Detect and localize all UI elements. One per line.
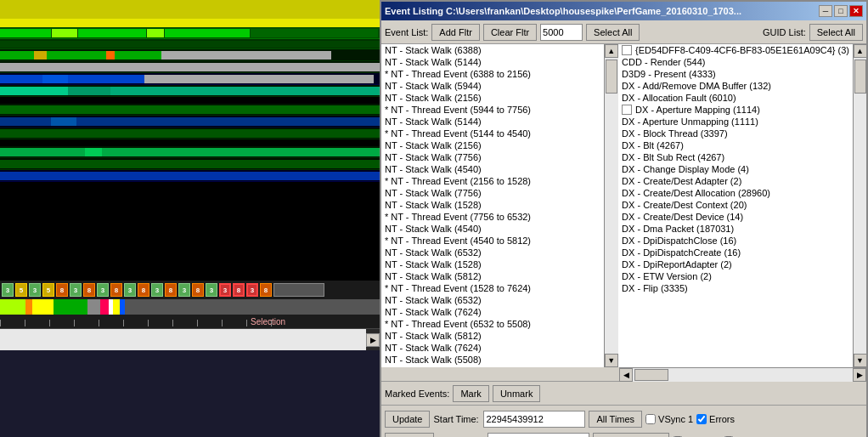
event-list-scroll[interactable]: NT - Stack Walk (6388)NT - Stack Walk (5… [381, 44, 604, 367]
guid-scroll-track[interactable] [854, 58, 867, 354]
guid-list-item[interactable]: DX - Blt Sub Rect (4267) [618, 151, 853, 163]
guid-scroll-up-button[interactable]: ▲ [854, 44, 867, 58]
guid-list-item[interactable]: D3D9 - Present (4333) [618, 68, 853, 80]
guid-item-label: DX - Blt (4267) [622, 140, 684, 150]
event-list-item[interactable]: NT - Stack Walk (5944) [381, 80, 604, 92]
event-list-scrollbar[interactable]: ▲ ▼ [604, 44, 617, 367]
start-time-input[interactable] [483, 411, 585, 428]
guid-list-item[interactable]: DX - DpiReportAdapter (2) [618, 258, 853, 270]
event-list-item[interactable]: * NT - Thread Event (4540 to 5812) [381, 235, 604, 247]
event-list-item[interactable]: NT - Stack Walk (4540) [381, 223, 604, 235]
unmark-button[interactable]: Unmark [493, 385, 541, 402]
guid-select-all-button[interactable]: Select All [809, 24, 863, 41]
guid-item-label: DX - Blt Sub Rect (4267) [622, 152, 724, 162]
h-scroll-left-button[interactable]: ◀ [619, 368, 633, 382]
event-list-item[interactable]: NT - Stack Walk (2156) [381, 139, 604, 151]
zoom-to-button[interactable]: Zoom to [385, 433, 434, 437]
window-controls[interactable]: ─ □ ✕ [819, 5, 863, 17]
event-list-item[interactable]: * NT - Thread Event (6532 to 5508) [381, 318, 604, 330]
all-times-button[interactable]: All Times [589, 411, 642, 428]
event-list-item[interactable]: * NT - Thread Event (6388 to 2156) [381, 68, 604, 80]
guid-scroll-down-button[interactable]: ▼ [854, 354, 867, 367]
event-list-item[interactable]: NT - Stack Walk (5508) [381, 354, 604, 366]
maximize-button[interactable]: □ [834, 5, 848, 17]
event-list-item[interactable]: * NT - Thread Event (5144 to 4540) [381, 128, 604, 139]
event-list-item[interactable]: * NT - Thread Event (5944 to 7756) [381, 104, 604, 116]
guid-list-item[interactable]: DX - Flip (3335) [618, 282, 853, 294]
scroll-track[interactable] [605, 58, 618, 354]
event-list-item[interactable]: NT - Stack Walk (5144) [381, 56, 604, 68]
guid-list-item[interactable]: CDD - Render (544) [618, 56, 853, 68]
minimize-button[interactable]: ─ [819, 5, 832, 17]
event-list-item[interactable]: NT - Stack Walk (4540) [381, 163, 604, 175]
event-list-item[interactable]: NT - Stack Walk (5144) [381, 116, 604, 128]
guid-list-item[interactable]: DX - Create/Dest Allocation (28960) [618, 187, 853, 199]
errors-checkbox[interactable] [696, 414, 707, 424]
event-list-item[interactable]: NT - Stack Walk (7624) [381, 342, 604, 354]
event-listing-panel: Event Listing C:\Users\frankan\Desktop\h… [380, 0, 868, 437]
timeline-yellow-bar [0, 19, 380, 27]
vsync1-checkbox[interactable] [645, 414, 656, 424]
guid-list-item[interactable]: DX - Create/Dest Context (20) [618, 199, 853, 211]
h-scroll-track[interactable] [633, 368, 853, 382]
clear-filter-button[interactable]: Clear Fltr [483, 24, 537, 41]
event-list-item[interactable]: NT - Stack Walk (5812) [381, 270, 604, 282]
guid-list-item[interactable]: DX - Blt (4267) [618, 139, 853, 151]
guid-list-item[interactable]: DX - Allocation Fault (6010) [618, 92, 853, 104]
event-list-item[interactable]: * NT - Thread Event (1528 to 7624) [381, 282, 604, 294]
select-all-button[interactable]: Select All [586, 24, 640, 41]
guid-list-item[interactable]: DX - Add/Remove DMA Buffer (132) [618, 80, 853, 92]
guid-list-item[interactable]: DX - Create/Dest Device (14) [618, 211, 853, 223]
event-list-item[interactable]: NT - Stack Walk (1528) [381, 258, 604, 270]
event-list-item[interactable]: NT - Stack Walk (1528) [381, 199, 604, 211]
guid-list-item[interactable]: {ED54DFF8-C409-4CF6-BF83-05E1E61A09C4} (… [618, 44, 853, 56]
event-list-item[interactable]: NT - Stack Walk (6388) [381, 44, 604, 56]
event-list-item[interactable]: NT - Stack Walk (7756) [381, 187, 604, 199]
timeline-top-bar [0, 0, 380, 19]
guid-item-label: DX - Add/Remove DMA Buffer (132) [622, 81, 771, 91]
guid-scroll-thumb[interactable] [854, 60, 866, 94]
guid-checkbox[interactable] [622, 45, 632, 55]
guid-list-item[interactable]: DX - ETW Version (2) [618, 270, 853, 282]
cur-view-time-button[interactable]: Cur View Time [593, 433, 668, 437]
timeline-visual[interactable]: 3 5 3 5 8 3 8 3 8 3 8 3 8 3 8 3 3 8 3 8 [0, 27, 380, 350]
event-list-item[interactable]: NT - Stack Walk (7624) [381, 306, 604, 318]
event-list-item[interactable]: NT - Stack Walk (6532) [381, 247, 604, 258]
scroll-thumb[interactable] [606, 60, 617, 94]
count-input[interactable] [540, 24, 583, 41]
event-list-item[interactable]: NT - Stack Walk (6532) [381, 294, 604, 306]
bottom-controls: Update Start Time: All Times VSync 1 Err… [381, 405, 866, 437]
track-row-1 [0, 27, 380, 39]
guid-list-content[interactable]: {ED54DFF8-C409-4CF6-BF83-05E1E61A09C4} (… [618, 44, 853, 367]
guid-list-item[interactable]: DX - DpiDispatchClose (16) [618, 235, 853, 247]
h-scroll-thumb[interactable] [634, 369, 668, 381]
scroll-down-button[interactable]: ▼ [605, 354, 618, 367]
event-list-item[interactable]: * NT - Thread Event (7624 to 6744) [381, 366, 604, 367]
end-time-input[interactable] [488, 433, 589, 437]
event-list-item[interactable]: NT - Stack Walk (5812) [381, 330, 604, 342]
guid-list-panel: {ED54DFF8-C409-4CF6-BF83-05E1E61A09C4} (… [618, 44, 866, 367]
guid-list-item[interactable]: DX - Aperture Unmapping (1111) [618, 116, 853, 128]
event-list-item[interactable]: * NT - Thread Event (7756 to 6532) [381, 211, 604, 223]
event-list-item[interactable]: NT - Stack Walk (2156) [381, 92, 604, 104]
update-button[interactable]: Update [385, 411, 430, 428]
event-list-item[interactable]: NT - Stack Walk (7756) [381, 151, 604, 163]
guid-checkbox[interactable] [622, 105, 632, 115]
guid-list-item[interactable]: DX - DpiDispatchCreate (16) [618, 247, 853, 258]
scroll-up-button[interactable]: ▲ [605, 44, 618, 58]
close-button[interactable]: ✕ [849, 5, 863, 17]
add-filter-button[interactable]: Add Fltr [431, 24, 480, 41]
guid-list-item[interactable]: DX - Change Display Mode (4) [618, 163, 853, 175]
guid-item-label: DX - Create/Dest Context (20) [622, 200, 747, 210]
guid-horizontal-scrollbar[interactable]: ◀ ▶ [619, 367, 866, 381]
h-scroll-right-button[interactable]: ▶ [853, 368, 866, 382]
mark-button[interactable]: Mark [453, 385, 488, 402]
guid-list-item[interactable]: DX - Create/Dest Adapter (2) [618, 175, 853, 187]
guid-list-item[interactable]: DX - Dma Packet (187031) [618, 223, 853, 235]
guid-list-scrollbar[interactable]: ▲ ▼ [853, 44, 866, 367]
errors-group: Errors [696, 414, 735, 424]
event-list-item[interactable]: * NT - Thread Event (2156 to 1528) [381, 175, 604, 187]
track-rows-main [0, 49, 380, 219]
guid-list-item[interactable]: DX - Block Thread (3397) [618, 128, 853, 139]
guid-list-item[interactable]: DX - Aperture Mapping (1114) [618, 104, 853, 116]
